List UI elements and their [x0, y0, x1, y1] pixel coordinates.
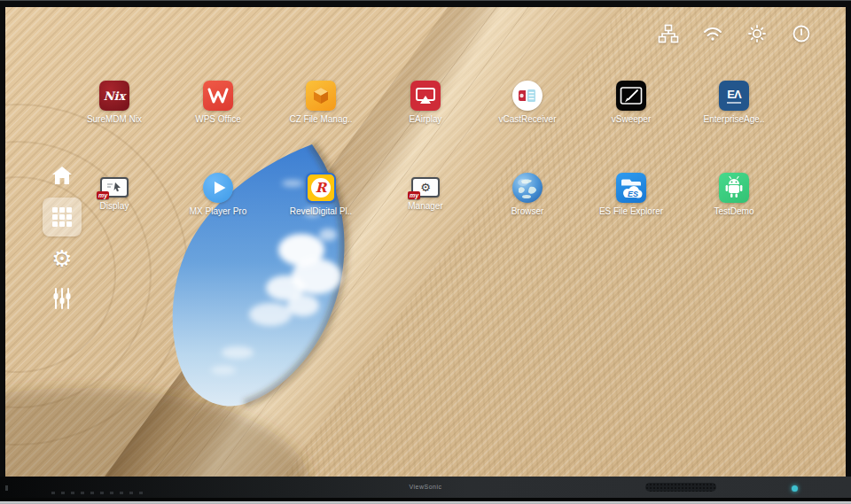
port-mark [5, 485, 8, 491]
my-badge: my [97, 191, 109, 199]
app-label: EnterpriseAge.. [684, 114, 784, 125]
sidebar-item-adjust[interactable] [44, 281, 80, 316]
wps-office-app-icon [203, 81, 233, 111]
app-label: vCastReceiver [478, 114, 577, 125]
revel-digital-app-icon: R [306, 173, 336, 203]
status-icon-cluster [658, 23, 812, 44]
app-label: Browser [478, 206, 577, 217]
app-label: SureMDM Nix [65, 114, 164, 125]
app-suremdm-nix[interactable]: Nix SureMDM Nix [65, 81, 164, 125]
ethernet-network-icon[interactable] [658, 23, 679, 44]
app-eairplay[interactable]: EAirplay [376, 81, 475, 125]
power-standby-icon[interactable] [791, 23, 812, 44]
browser-globe-app-icon [512, 173, 543, 203]
app-label: MX Player Pro [168, 206, 268, 217]
app-manager[interactable]: ⚙ my Manager [376, 173, 475, 212]
manager-app-icon: ⚙ my [411, 177, 440, 198]
app-vsweeper[interactable]: vSweeper [582, 81, 681, 125]
app-wps-office[interactable]: WPS Office [168, 81, 268, 125]
mx-player-pro-app-icon [203, 173, 233, 203]
svg-text:ES: ES [628, 190, 638, 198]
app-label: vSweeper [582, 114, 681, 125]
app-browser[interactable]: Browser [478, 173, 577, 217]
brand-logo: ViewSonic [0, 484, 851, 490]
front-ports [51, 492, 149, 494]
app-es-file-explorer[interactable]: ES ES File Explorer [582, 173, 681, 217]
power-led [792, 485, 798, 492]
app-label: WPS Office [168, 114, 268, 125]
app-label: TestDemo [684, 206, 784, 217]
eairplay-app-icon [410, 81, 441, 111]
wood-right-grain [284, 7, 846, 477]
vsweeper-app-icon [616, 81, 646, 111]
my-badge: my [408, 191, 420, 199]
app-label: ES File Explorer [582, 206, 681, 217]
test-demo-android-app-icon [719, 173, 749, 203]
sliders-icon [51, 287, 73, 310]
app-label: RevelDigital Pl.. [271, 206, 371, 217]
brightness-icon[interactable] [746, 23, 768, 44]
bottom-bezel: ViewSonic [0, 477, 851, 498]
app-revel-digital-player[interactable]: R RevelDigital Pl.. [271, 173, 371, 217]
enterprise-agent-app-icon: EΛ [719, 81, 749, 111]
app-label: EAirplay [376, 114, 475, 125]
display-device-frame: ⚙ Nix SureMDM Nix [0, 0, 851, 504]
app-mx-player-pro[interactable]: MX Player Pro [168, 173, 268, 217]
wallpaper-curl-art [5, 7, 846, 477]
screen: ⚙ Nix SureMDM Nix [5, 7, 846, 477]
app-label: Display [65, 201, 164, 212]
gear-icon: ⚙ [51, 247, 72, 270]
app-cz-file-manager[interactable]: CZ File Manag.. [271, 81, 371, 125]
es-file-explorer-app-icon: ES [616, 173, 646, 203]
app-enterprise-agent[interactable]: EΛ EnterpriseAge.. [684, 81, 784, 125]
app-vcast-receiver[interactable]: vCastReceiver [478, 81, 577, 125]
app-label: CZ File Manag.. [271, 114, 371, 125]
app-display[interactable]: my Display [65, 173, 164, 212]
app-test-demo[interactable]: TestDemo [684, 173, 784, 217]
wood-swirl [5, 105, 188, 445]
cz-file-manager-app-icon [306, 81, 336, 111]
display-app-icon: my [100, 177, 129, 198]
speaker-grille [645, 483, 716, 492]
page-curl-tube [105, 7, 621, 477]
suremdm-nix-app-icon: Nix [99, 81, 129, 111]
sidebar-item-settings[interactable]: ⚙ [44, 241, 80, 276]
wifi-icon[interactable] [702, 23, 723, 44]
app-label: Manager [376, 201, 475, 212]
vcast-receiver-app-icon [512, 81, 543, 111]
